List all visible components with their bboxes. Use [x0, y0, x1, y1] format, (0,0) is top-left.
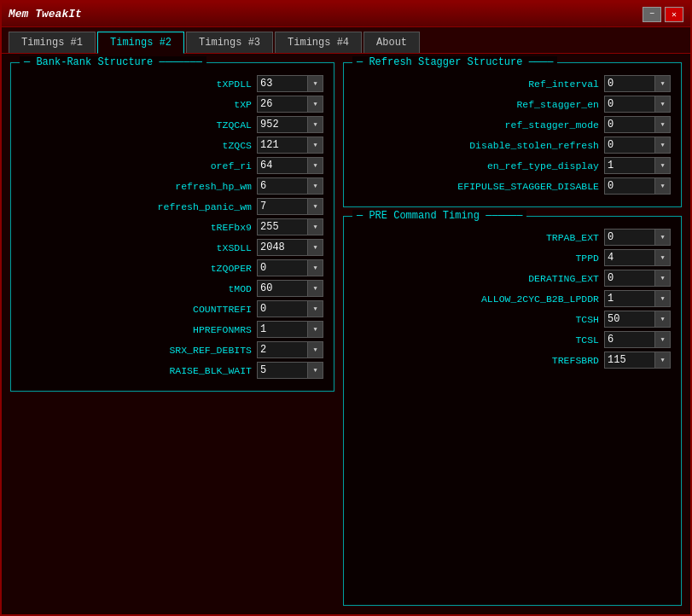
- minimize-button[interactable]: −: [643, 7, 661, 22]
- dropdown-TREFSBRD[interactable]: [655, 352, 671, 369]
- tab-timings1[interactable]: Timings #1: [9, 32, 96, 53]
- label-tXSDLL: tXSDLL: [141, 242, 252, 253]
- dropdown-oref_ri[interactable]: [308, 157, 323, 174]
- input-TREFSBRD[interactable]: [604, 352, 655, 369]
- dropdown-Ref_stagger_en[interactable]: [655, 96, 671, 113]
- dropdown-tZQOPER[interactable]: [308, 259, 323, 276]
- label-tXPDLL: tXPDLL: [141, 78, 252, 90]
- tab-timings3[interactable]: Timings #3: [186, 32, 273, 53]
- label-TCSH: TCSH: [454, 314, 599, 325]
- field-Ref_interval: Ref_interval: [352, 75, 672, 92]
- field-HPREFONMRS: HPREFONMRS: [20, 321, 325, 338]
- field-TRPAB_EXT: TRPAB_EXT: [352, 229, 672, 246]
- tab-timings2[interactable]: Timings #2: [97, 32, 184, 54]
- input-Ref_interval[interactable]: [604, 75, 655, 92]
- field-EFIPULSE_STAGGER_DISABLE: EFIPULSE_STAGGER_DISABLE: [352, 177, 672, 195]
- dropdown-TPPD[interactable]: [655, 249, 671, 266]
- dropdown-tREFbx9[interactable]: [308, 218, 323, 235]
- input-TRPAB_EXT[interactable]: [604, 229, 655, 246]
- input-Disable_stolen_refresh[interactable]: [604, 137, 655, 154]
- dropdown-tMOD[interactable]: [308, 280, 323, 297]
- tab-timings4[interactable]: Timings #4: [275, 32, 362, 53]
- dropdown-en_ref_type_display[interactable]: [655, 157, 671, 174]
- input-wrap-Disable_stolen_refresh: [604, 137, 672, 154]
- dropdown-TCSH[interactable]: [655, 311, 671, 328]
- input-tREFbx9[interactable]: [257, 218, 308, 235]
- dropdown-TZQCAL[interactable]: [308, 116, 323, 133]
- dropdown-Ref_interval[interactable]: [655, 75, 671, 92]
- dropdown-EFIPULSE_STAGGER_DISABLE[interactable]: [655, 177, 671, 195]
- dropdown-tZQCS[interactable]: [308, 137, 323, 154]
- input-refresh_hp_wm[interactable]: [257, 177, 308, 195]
- input-wrap-Ref_interval: [604, 75, 672, 92]
- input-Ref_stagger_en[interactable]: [604, 96, 655, 113]
- input-TZQCAL[interactable]: [257, 116, 308, 133]
- field-TREFSBRD: TREFSBRD: [352, 352, 672, 369]
- title-bar: Mem TweakIt − ✕: [2, 2, 690, 27]
- tab-about[interactable]: About: [363, 32, 420, 53]
- input-ref_stagger_mode[interactable]: [604, 116, 655, 133]
- input-wrap-TRPAB_EXT: [604, 229, 672, 246]
- input-ALLOW_2CYC_B2B_LPDDR[interactable]: [604, 290, 655, 307]
- bank-rank-title: — Bank-Rank Structure ———————: [20, 56, 206, 68]
- close-button[interactable]: ✕: [665, 7, 683, 22]
- input-wrap-TCSH: [604, 311, 672, 328]
- dropdown-ALLOW_2CYC_B2B_LPDDR[interactable]: [655, 290, 671, 307]
- label-tREFbx9: tREFbx9: [141, 222, 252, 233]
- field-en_ref_type_display: en_ref_type_display: [352, 157, 672, 174]
- label-Ref_stagger_en: Ref_stagger_en: [454, 99, 599, 110]
- input-tXSDLL[interactable]: [257, 239, 308, 256]
- input-COUNTTREFI[interactable]: [257, 300, 308, 317]
- field-COUNTTREFI: COUNTTREFI: [20, 300, 325, 317]
- field-tREFbx9: tREFbx9: [20, 218, 325, 235]
- dropdown-HPREFONMRS[interactable]: [308, 321, 323, 338]
- input-tZQCS[interactable]: [257, 137, 308, 154]
- dropdown-refresh_panic_wm[interactable]: [308, 198, 323, 215]
- dropdown-tXSDLL[interactable]: [308, 239, 323, 256]
- label-tZQOPER: tZQOPER: [141, 263, 252, 274]
- window-title: Mem TweakIt: [9, 8, 82, 20]
- label-RAISE_BLK_WAIT: RAISE_BLK_WAIT: [141, 365, 252, 376]
- window-controls: − ✕: [643, 7, 683, 22]
- input-RAISE_BLK_WAIT[interactable]: [257, 362, 308, 379]
- dropdown-COUNTTREFI[interactable]: [308, 300, 323, 317]
- dropdown-tXPDLL[interactable]: [308, 75, 323, 92]
- label-oref_ri: oref_ri: [141, 160, 252, 171]
- input-wrap-RAISE_BLK_WAIT: [257, 362, 325, 379]
- dropdown-RAISE_BLK_WAIT[interactable]: [308, 362, 323, 379]
- label-TRPAB_EXT: TRPAB_EXT: [454, 232, 599, 243]
- label-ref_stagger_mode: ref_stagger_mode: [454, 119, 599, 131]
- label-en_ref_type_display: en_ref_type_display: [454, 160, 599, 171]
- field-tXSDLL: tXSDLL: [20, 239, 325, 256]
- input-en_ref_type_display[interactable]: [604, 157, 655, 174]
- input-TCSL[interactable]: [604, 331, 655, 348]
- input-TCSH[interactable]: [604, 311, 655, 328]
- label-TREFSBRD: TREFSBRD: [454, 355, 599, 366]
- dropdown-Disable_stolen_refresh[interactable]: [655, 137, 671, 154]
- field-DERATING_EXT: DERATING_EXT: [352, 270, 672, 287]
- input-refresh_panic_wm[interactable]: [257, 198, 308, 215]
- dropdown-tXP[interactable]: [308, 96, 323, 113]
- dropdown-TCSL[interactable]: [655, 331, 671, 348]
- dropdown-ref_stagger_mode[interactable]: [655, 116, 671, 133]
- input-EFIPULSE_STAGGER_DISABLE[interactable]: [604, 177, 655, 195]
- input-oref_ri[interactable]: [257, 157, 308, 174]
- field-RAISE_BLK_WAIT: RAISE_BLK_WAIT: [20, 362, 325, 379]
- input-tMOD[interactable]: [257, 280, 308, 297]
- input-wrap-tXSDLL: [257, 239, 325, 256]
- input-tXP[interactable]: [257, 96, 308, 113]
- input-tZQOPER[interactable]: [257, 259, 308, 276]
- input-wrap-EFIPULSE_STAGGER_DISABLE: [604, 177, 672, 195]
- input-HPREFONMRS[interactable]: [257, 321, 308, 338]
- main-window: Mem TweakIt − ✕ Timings #1 Timings #2 Ti…: [0, 0, 692, 616]
- input-TPPD[interactable]: [604, 249, 655, 266]
- label-refresh_hp_wm: refresh_hp_wm: [141, 181, 252, 192]
- dropdown-refresh_hp_wm[interactable]: [308, 177, 323, 195]
- input-tXPDLL[interactable]: [257, 75, 308, 92]
- input-wrap-ALLOW_2CYC_B2B_LPDDR: [604, 290, 672, 307]
- dropdown-TRPAB_EXT[interactable]: [655, 229, 671, 246]
- input-SRX_REF_DEBITS[interactable]: [257, 341, 308, 358]
- dropdown-DERATING_EXT[interactable]: [655, 270, 671, 287]
- input-DERATING_EXT[interactable]: [604, 270, 655, 287]
- dropdown-SRX_REF_DEBITS[interactable]: [308, 341, 323, 358]
